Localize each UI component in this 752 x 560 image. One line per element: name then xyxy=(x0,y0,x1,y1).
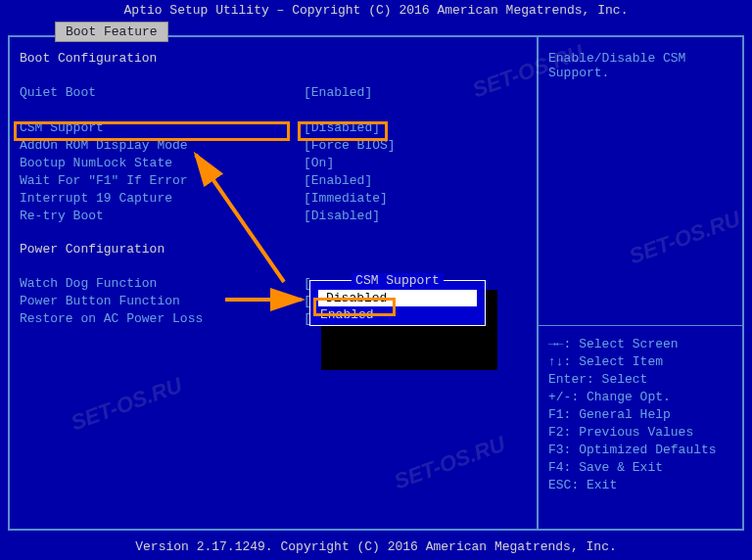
tab-boot-feature[interactable]: Boot Feature xyxy=(55,22,168,42)
help-change-opt: +/-: Change Opt. xyxy=(548,389,732,406)
settings-panel: Boot Configuration Quiet Boot [Enabled] … xyxy=(10,37,537,529)
help-f3: F3: Optimized Defaults xyxy=(548,442,732,459)
value: [Force BIOS] xyxy=(304,138,396,153)
help-f2: F2: Previous Values xyxy=(548,424,732,442)
value: [Disabled] xyxy=(304,120,380,135)
section-power-config: Power Configuration xyxy=(20,242,527,257)
help-select-item: ↑↓: Select Item xyxy=(548,353,732,371)
help-f1: F1: General Help xyxy=(548,406,732,424)
label: Quiet Boot xyxy=(20,85,304,100)
value: [Enabled] xyxy=(304,173,372,188)
bios-version-footer: Version 2.17.1249. Copyright (C) 2016 Am… xyxy=(0,539,752,554)
item-numlock[interactable]: Bootup NumLock State [On] xyxy=(20,154,527,171)
label: CSM Support xyxy=(20,120,304,135)
value: [On] xyxy=(304,156,334,170)
item-addon-rom[interactable]: AddOn ROM Display Mode [Force BIOS] xyxy=(20,136,527,154)
label: Wait For "F1" If Error xyxy=(20,173,304,188)
value: [Immediate] xyxy=(304,191,388,206)
help-panel: Enable/Disable CSM Support. →←: Select S… xyxy=(537,37,742,529)
value: [Disabled] xyxy=(304,209,380,223)
help-description: Enable/Disable CSM Support. xyxy=(548,51,732,80)
help-esc: ESC: Exit xyxy=(548,477,732,494)
value: [Enabled] xyxy=(304,85,372,100)
item-int19[interactable]: Interrupt 19 Capture [Immediate] xyxy=(20,189,527,207)
label: Interrupt 19 Capture xyxy=(20,191,304,206)
help-enter: Enter: Select xyxy=(548,371,732,389)
help-f4: F4: Save & Exit xyxy=(548,459,732,477)
bios-frame: Boot Configuration Quiet Boot [Enabled] … xyxy=(8,35,744,531)
popup-option-disabled[interactable]: Disabled xyxy=(318,290,477,306)
label: Re-try Boot xyxy=(20,209,304,223)
divider xyxy=(539,325,742,326)
bios-title: Aptio Setup Utility – Copyright (C) 2016… xyxy=(0,0,752,22)
help-select-screen: →←: Select Screen xyxy=(548,336,732,353)
item-csm-support[interactable]: CSM Support [Disabled] xyxy=(20,118,527,136)
label: Power Button Function xyxy=(20,294,304,308)
popup-title: CSM Support xyxy=(312,273,483,288)
section-boot-config: Boot Configuration xyxy=(20,51,527,66)
label: Restore on AC Power Loss xyxy=(20,311,304,326)
label: Watch Dog Function xyxy=(20,276,304,291)
popup-csm-support: CSM Support Disabled Enabled xyxy=(309,280,486,326)
label: Bootup NumLock State xyxy=(20,156,304,170)
item-retry-boot[interactable]: Re-try Boot [Disabled] xyxy=(20,207,527,224)
item-wait-f1[interactable]: Wait For "F1" If Error [Enabled] xyxy=(20,171,527,189)
popup-option-enabled[interactable]: Enabled xyxy=(312,306,483,323)
label: AddOn ROM Display Mode xyxy=(20,138,304,153)
item-quiet-boot[interactable]: Quiet Boot [Enabled] xyxy=(20,83,527,101)
